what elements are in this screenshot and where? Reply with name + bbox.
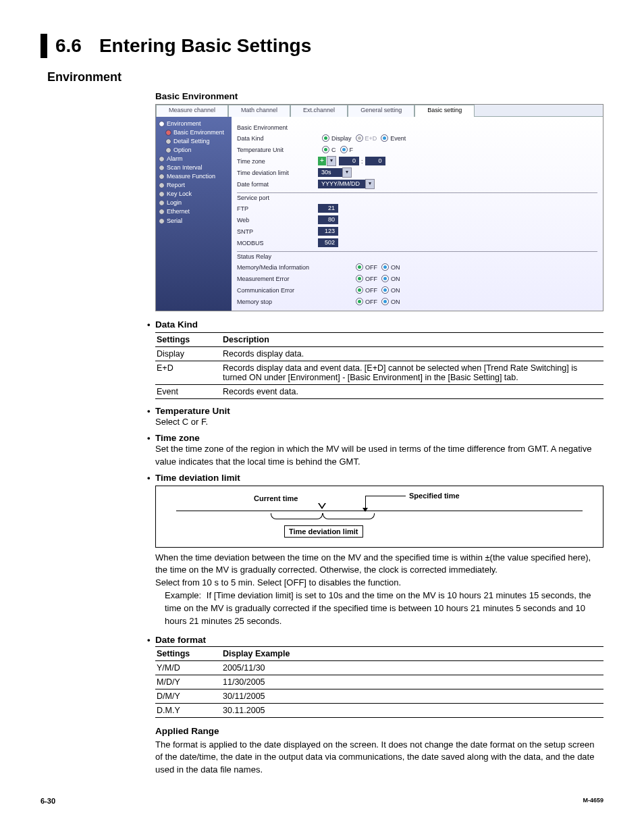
tab-general-setting[interactable]: General setting <box>348 105 414 117</box>
tdl-diagram: Current time Specified time Time deviati… <box>155 486 603 548</box>
radio-on[interactable] <box>381 263 389 271</box>
th-display-example: Display Example <box>221 646 603 660</box>
chapter-number: 6.6 <box>55 35 82 57</box>
tree-label: Key Lock <box>167 190 192 199</box>
colon: : <box>361 158 363 165</box>
radio-c[interactable] <box>322 146 329 153</box>
cell-desc: Records event data. <box>221 385 603 399</box>
opt-display: Display <box>331 135 352 142</box>
dropdown-arrow-icon[interactable]: ▾ <box>327 156 336 166</box>
tree-scan-interval[interactable]: Scan Interval <box>157 163 230 172</box>
bullet-icon <box>159 156 165 162</box>
dropdown-arrow-icon[interactable]: ▾ <box>342 167 352 178</box>
row-time-zone: Time zone +▾ 0 : 0 <box>237 155 597 167</box>
text-tdl-2: Select from 10 s to 5 min. Select [OFF] … <box>155 577 603 590</box>
cell-setting: D.M.Y <box>155 703 221 717</box>
opt-event: Event <box>390 135 406 142</box>
tree-label: Measure Function <box>167 172 215 181</box>
tree-label: Ethernet <box>167 207 190 216</box>
cell-setting: Y/M/D <box>155 660 221 675</box>
table-row: E+DRecords display data and event data. … <box>155 361 603 385</box>
group-status-relay: Status Relay <box>237 251 597 261</box>
bullet-icon <box>165 130 171 136</box>
page-number: 6-30 <box>41 797 55 805</box>
row-modbus: MODBUS502 <box>237 237 597 249</box>
ftp-port-input[interactable]: 21 <box>318 204 338 213</box>
bullet-dot: • <box>147 406 151 416</box>
chapter-header: 6.6 Entering Basic Settings <box>41 34 603 58</box>
tree-label: Option <box>173 146 192 155</box>
marker-current-inner <box>319 503 325 507</box>
bullet-icon <box>159 191 165 197</box>
tree-label: Basic Environment <box>173 128 224 137</box>
opt-off: OFF <box>365 264 377 271</box>
table-row: EventRecords event data. <box>155 385 603 399</box>
web-port-input[interactable]: 80 <box>318 215 338 224</box>
row-web: Web80 <box>237 214 597 226</box>
tree-ethernet[interactable]: Ethernet <box>157 207 230 216</box>
tree-basic-environment[interactable]: Basic Environment <box>164 128 230 137</box>
radio-f[interactable] <box>340 146 348 153</box>
tree-option[interactable]: Option <box>164 146 230 155</box>
th-settings: Settings <box>155 646 221 660</box>
tab-bar: Measure channel Math channel Ext.channel… <box>156 105 603 117</box>
row-ftp: FTP21 <box>237 203 597 214</box>
group-service-port: Service port <box>237 192 597 203</box>
plus-button[interactable]: + <box>318 157 326 165</box>
modbus-port-input[interactable]: 502 <box>318 238 338 247</box>
radio-ed[interactable] <box>356 134 363 142</box>
tree-alarm[interactable]: Alarm <box>157 155 230 163</box>
cell-ex: 30.11.2005 <box>221 703 603 717</box>
brace-left <box>271 513 323 519</box>
radio-off[interactable] <box>356 263 363 271</box>
radio-off[interactable] <box>356 275 363 282</box>
timezone-hour-input[interactable]: 0 <box>339 157 359 165</box>
tree-key-lock[interactable]: Key Lock <box>157 190 230 199</box>
tab-ext-channel[interactable]: Ext.channel <box>290 105 348 117</box>
table-row: Y/M/D2005/11/30 <box>155 660 603 675</box>
tree-report[interactable]: Report <box>157 181 230 190</box>
tree-environment[interactable]: Environment <box>157 120 230 128</box>
timezone-min-input[interactable]: 0 <box>365 157 385 165</box>
date-format-value[interactable]: YYYY/MM/DD <box>318 180 365 188</box>
radio-off[interactable] <box>356 286 363 294</box>
tree-detail-setting[interactable]: Detail Setting <box>164 137 230 146</box>
group-basic-environment: Basic Environment <box>237 123 597 132</box>
radio-on[interactable] <box>381 298 389 305</box>
label-specified-time: Specified time <box>409 492 460 500</box>
cell-desc: Records display data. <box>221 347 603 361</box>
row-cerr: Communication ErrorOFFON <box>237 284 597 296</box>
heading-basic-environment: Basic Environment <box>155 91 603 101</box>
label-cerr: Communication Error <box>237 287 352 294</box>
tab-basic-setting[interactable]: Basic setting <box>414 105 475 117</box>
table-date-format: SettingsDisplay Example Y/M/D2005/11/30 … <box>155 646 603 718</box>
chapter-title: Entering Basic Settings <box>99 35 311 57</box>
label-tdl: Time deviation limit <box>237 170 318 176</box>
cell-setting: D/M/Y <box>155 689 221 703</box>
radio-off[interactable] <box>356 298 363 305</box>
tree-measure-function[interactable]: Measure Function <box>157 172 230 181</box>
bullet-dot: • <box>147 635 151 645</box>
table-row: D.M.Y30.11.2005 <box>155 703 603 717</box>
radio-event[interactable] <box>381 134 388 142</box>
bullet-icon <box>159 209 165 215</box>
bullet-icon <box>159 218 165 224</box>
tab-math-channel[interactable]: Math channel <box>228 105 290 117</box>
tree-login[interactable]: Login <box>157 199 230 207</box>
tree-serial[interactable]: Serial <box>157 217 230 226</box>
radio-display[interactable] <box>322 134 329 142</box>
row-sntp: SNTP123 <box>237 226 597 237</box>
settings-panel-screenshot: Measure channel Math channel Ext.channel… <box>155 104 603 311</box>
chapter-accent-bar <box>41 34 47 58</box>
dropdown-arrow-icon[interactable]: ▾ <box>365 179 375 189</box>
sntp-port-input[interactable]: 123 <box>318 227 338 236</box>
label-date-format: Date format <box>237 181 318 188</box>
tab-spacer <box>475 105 603 117</box>
table-data-kind: SettingsDescription DisplayRecords displ… <box>155 332 603 399</box>
tree-label: Report <box>167 181 185 190</box>
cell-setting: Event <box>155 385 221 399</box>
tdl-value[interactable]: 30s <box>318 168 342 177</box>
tab-measure-channel[interactable]: Measure channel <box>156 105 228 117</box>
radio-on[interactable] <box>381 275 389 282</box>
radio-on[interactable] <box>381 286 389 294</box>
